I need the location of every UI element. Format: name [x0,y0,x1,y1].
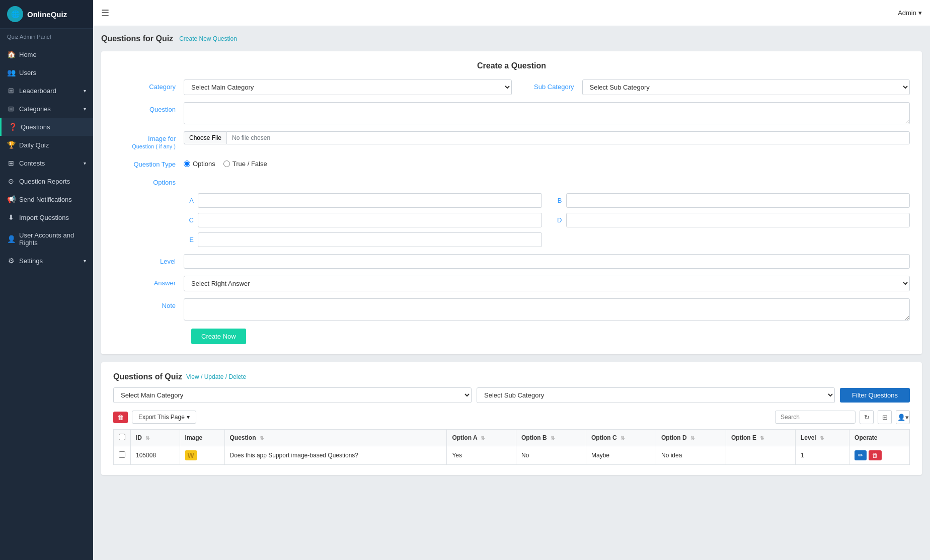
import-icon: ⬇ [7,213,15,221]
topbar-right: Admin ▾ [898,9,922,17]
create-now-button[interactable]: Create Now [191,329,246,344]
select-all-checkbox[interactable] [119,434,125,440]
level-input[interactable] [184,254,910,269]
row-option-a: Yes [447,446,516,465]
row-option-d: No idea [656,446,726,465]
question-type-row: Question Type Options True / False [113,157,910,168]
col-option-e: Option E ⇅ [726,430,796,446]
filter-sub-category[interactable]: Select Sub Category [477,387,835,403]
sidebar-item-categories[interactable]: ⊞ Categories ▾ [0,100,93,118]
option-d-row: D [552,213,910,227]
logo-icon: 🌐 [7,6,23,22]
row-checkbox-cell [114,446,131,465]
file-text: No file chosen [226,131,910,144]
daily-quiz-icon: 🏆 [7,141,15,149]
admin-label: Admin [898,9,916,17]
level-label: Level [113,254,184,265]
option-d-input[interactable] [566,213,910,227]
sidebar-item-daily-quiz[interactable]: 🏆 Daily Quiz [0,136,93,154]
col-level: Level ⇅ [795,430,849,446]
true-false-radio[interactable] [223,161,230,167]
main-wrapper: ☰ Admin ▾ Questions for Quiz Create New … [93,0,930,560]
sidebar-item-leaderboard[interactable]: ⊞ Leaderboard ▾ [0,82,93,100]
sidebar-item-user-accounts[interactable]: 👤 User Accounts and Rights [0,226,93,252]
sidebar-item-label: Settings [19,257,84,265]
note-label: Note [113,298,184,309]
sidebar-item-home[interactable]: 🏠 Home [0,45,93,63]
sidebar-item-import[interactable]: ⬇ Import Questions [0,208,93,226]
sidebar-item-question-reports[interactable]: ⊙ Question Reports [0,172,93,190]
export-button[interactable]: Export This Page ▾ [132,411,196,424]
true-false-radio-label[interactable]: True / False [223,160,267,168]
col-image: Image [180,430,224,446]
sidebar-item-label: User Accounts and Rights [19,231,86,247]
filter-questions-button[interactable]: Filter Questions [840,388,910,403]
sidebar-item-notifications[interactable]: 📢 Send Notifications [0,190,93,208]
option-c-input[interactable] [198,213,542,227]
delete-button[interactable]: 🗑 [869,450,882,460]
options-label: Options [113,175,184,186]
chevron-down-icon: ▾ [84,161,86,166]
question-input[interactable] [184,102,910,124]
sidebar-item-label: Daily Quiz [19,141,86,149]
page-title: Questions for Quiz [101,34,173,43]
category-left: Category Select Main Category [113,79,512,95]
row-checkbox[interactable] [119,451,125,458]
questions-section-sub: View / Update / Delete [186,373,246,380]
sidebar-item-contests[interactable]: ⊞ Contests ▾ [0,154,93,172]
user-accounts-icon: 👤 [7,235,15,243]
options-label-row: Options [113,175,910,186]
sidebar-item-label: Send Notifications [19,196,86,203]
option-a-input[interactable] [198,193,542,208]
category-select[interactable]: Select Main Category [184,79,512,95]
sub-category-select[interactable]: Select Sub Category [582,79,910,95]
col-id: ID ⇅ [131,430,180,446]
row-option-c: Maybe [586,446,656,465]
sidebar-item-questions[interactable]: ❓ Questions [0,118,93,136]
category-label: Category [113,79,184,91]
sidebar-item-label: Leaderboard [19,87,84,95]
categories-icon: ⊞ [7,105,15,113]
col-option-b: Option B ⇅ [516,430,586,446]
page-subtitle: Create New Question [179,35,237,42]
options-radio-label[interactable]: Options [184,160,215,168]
image-label: Image for Question ( if any ) [113,131,184,150]
sidebar-item-users[interactable]: 👥 Users [0,63,93,82]
create-btn-row: Create Now [113,329,910,344]
questions-icon: ❓ [9,123,17,131]
sort-icon: ⇅ [481,435,485,441]
options-radio[interactable] [184,161,190,167]
admin-dropdown[interactable]: Admin ▾ [898,9,922,17]
image-badge: W [185,450,197,460]
choose-file-button[interactable]: Choose File [184,131,226,144]
edit-button[interactable]: ✏ [855,450,867,460]
col-option-c: Option C ⇅ [586,430,656,446]
question-row: Question [113,102,910,124]
grid-view-button[interactable]: ⊞ [878,410,892,424]
delete-selected-button[interactable]: 🗑 [113,412,128,423]
note-input[interactable] [184,298,910,321]
chevron-down-icon: ▾ [84,258,86,264]
sidebar-item-label: Contests [19,159,84,167]
sidebar-item-settings[interactable]: ⚙ Settings ▾ [0,252,93,270]
chevron-down-icon: ▾ [84,88,86,94]
row-operate: ✏ 🗑 [849,446,910,465]
column-settings-button[interactable]: 👤▾ [896,410,910,424]
answer-select[interactable]: Select Right Answer [184,276,910,291]
option-d-label: D [552,216,562,224]
filter-main-category[interactable]: Select Main Category [113,387,472,403]
option-b-input[interactable] [566,193,910,208]
answer-label: Answer [113,276,184,287]
search-input[interactable] [775,411,856,424]
export-label: Export This Page [138,414,185,421]
category-row: Category Select Main Category Sub Catego… [113,79,910,95]
option-e-row: E [184,232,542,247]
sidebar-logo[interactable]: 🌐 OnlineQuiz [0,0,93,29]
option-e-input[interactable] [198,232,542,247]
hamburger-icon[interactable]: ☰ [101,8,109,19]
refresh-button[interactable]: ↻ [860,410,874,424]
col-option-d: Option D ⇅ [656,430,726,446]
sub-category-label: Sub Category [512,79,582,91]
chevron-down-icon: ▾ [84,106,86,112]
notifications-icon: 📢 [7,195,15,203]
